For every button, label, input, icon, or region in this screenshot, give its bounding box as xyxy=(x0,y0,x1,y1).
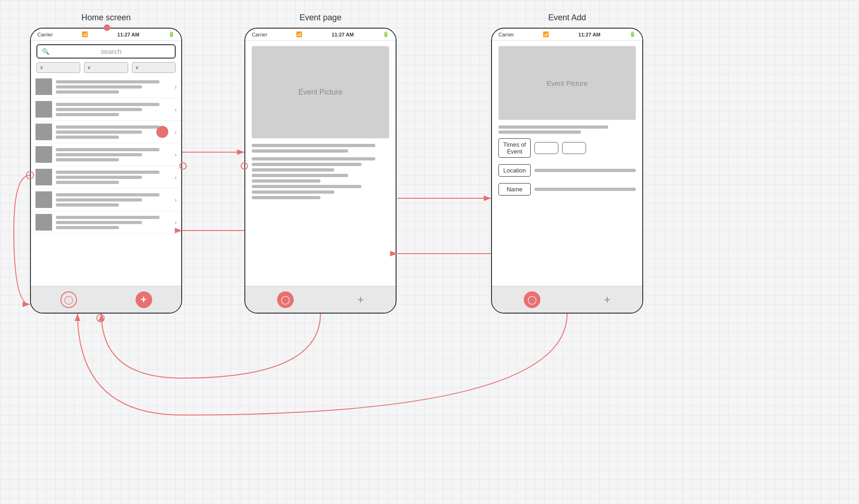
home-carrier: Carrier xyxy=(37,32,53,37)
list-item[interactable]: › xyxy=(31,98,181,121)
filter-btn-2[interactable]: ∨ xyxy=(84,62,128,73)
instagram-tab-button[interactable]: ◯ xyxy=(60,291,77,308)
list-chevron-icon: › xyxy=(175,196,177,203)
instagram-icon: ◯ xyxy=(281,295,290,305)
add-time: 11:27 AM xyxy=(578,32,600,37)
list-chevron-icon: › xyxy=(175,83,177,90)
list-line-1 xyxy=(56,171,160,174)
event-wifi-icon: 📶 xyxy=(296,31,302,37)
times-label: Times ofEvent xyxy=(498,138,531,158)
event-description xyxy=(252,144,389,153)
name-input[interactable] xyxy=(534,188,636,191)
name-row: Name xyxy=(498,183,636,196)
event-text-line xyxy=(252,196,320,199)
list-line-2 xyxy=(56,221,142,224)
event-text-line xyxy=(252,190,334,194)
event-text-line xyxy=(252,168,334,172)
add-screen-label: Event Add xyxy=(491,13,643,23)
event-text-line xyxy=(252,157,375,160)
list-thumbnail xyxy=(36,214,52,231)
list-line-2 xyxy=(56,153,142,156)
list-line-1 xyxy=(56,216,160,219)
event-text-line xyxy=(252,149,348,153)
list-item[interactable]: › xyxy=(31,143,181,166)
list-line-3 xyxy=(56,136,119,139)
list-text xyxy=(56,103,171,116)
list-item[interactable]: › xyxy=(31,166,181,189)
list-item[interactable]: › xyxy=(31,189,181,211)
list-item[interactable]: › xyxy=(31,76,181,98)
event-plus-button[interactable]: + xyxy=(357,293,364,306)
chevron-down-icon-1: ∨ xyxy=(40,65,43,71)
event-phone: Carrier 📶 11:27 AM 🔋 Event Picture xyxy=(244,28,397,314)
list-chevron-icon: › xyxy=(175,219,177,226)
list-chevron-icon: › xyxy=(175,174,177,181)
event-text-line xyxy=(252,185,361,188)
event-text-line xyxy=(252,174,348,177)
chevron-down-icon-2: ∨ xyxy=(87,65,91,71)
list-line-1 xyxy=(56,125,160,129)
list-thumbnail xyxy=(36,146,52,163)
times-of-event-row: Times ofEvent xyxy=(498,138,636,158)
event-carrier: Carrier xyxy=(252,32,267,37)
list-line-2 xyxy=(56,108,142,111)
list-line-1 xyxy=(56,80,160,83)
list-thumbnail xyxy=(36,191,52,208)
add-status-bar: Carrier 📶 11:27 AM 🔋 xyxy=(492,29,642,41)
list-line-2 xyxy=(56,130,142,134)
time-start-input[interactable] xyxy=(534,142,558,154)
add-battery-icon: 🔋 xyxy=(629,31,636,37)
home-tab-bar: ◯ + xyxy=(31,286,181,313)
event-form: Times ofEvent Location Name xyxy=(498,138,636,196)
event-tab-bar: ◯ + xyxy=(245,286,396,313)
time-end-input[interactable] xyxy=(562,142,586,154)
selection-dot xyxy=(156,126,168,138)
add-event-picture[interactable]: Event Picture xyxy=(498,46,636,120)
list-chevron-icon: › xyxy=(175,106,177,113)
add-text-lines xyxy=(498,125,636,134)
add-text-line xyxy=(498,125,608,129)
list-text xyxy=(56,80,171,94)
search-input[interactable]: search xyxy=(52,47,170,55)
list-line-3 xyxy=(56,226,119,229)
event-text-line xyxy=(252,144,375,147)
home-phone: Carrier 📶 11:27 AM 🔋 🔍 search ∨ ∨ xyxy=(30,28,182,314)
list-line-3 xyxy=(56,203,119,207)
home-time: 11:27 AM xyxy=(117,32,139,37)
list-item-selected[interactable]: › xyxy=(31,121,181,143)
add-instagram-button[interactable]: ◯ xyxy=(524,291,540,308)
list-item[interactable]: › xyxy=(31,211,181,234)
list-text xyxy=(56,216,171,229)
list-text xyxy=(56,171,171,184)
list-chevron-icon: › xyxy=(175,151,177,158)
list-thumbnail xyxy=(36,169,52,185)
event-status-bar: Carrier 📶 11:27 AM 🔋 xyxy=(245,29,396,41)
search-bar[interactable]: 🔍 search xyxy=(36,44,176,59)
add-picture-label: Event Picture xyxy=(546,79,587,87)
list-text xyxy=(56,125,171,139)
svg-point-3 xyxy=(97,314,104,322)
list-thumbnail xyxy=(36,124,52,140)
list-line-3 xyxy=(56,158,119,161)
list-line-2 xyxy=(56,176,142,179)
add-event-tab-button[interactable]: + xyxy=(136,291,152,308)
list-line-3 xyxy=(56,113,119,116)
location-label: Location xyxy=(498,164,531,177)
event-text-line xyxy=(252,163,361,166)
event-instagram-button[interactable]: ◯ xyxy=(277,291,294,308)
name-label: Name xyxy=(498,183,531,196)
add-plus-button[interactable]: + xyxy=(604,293,610,306)
list-line-1 xyxy=(56,193,160,196)
filter-btn-3[interactable]: ∨ xyxy=(132,62,176,73)
home-wifi-icon: 📶 xyxy=(82,31,88,37)
home-battery-icon: 🔋 xyxy=(168,31,175,37)
filter-btn-1[interactable]: ∨ xyxy=(36,62,80,73)
home-status-bar: Carrier 📶 11:27 AM 🔋 xyxy=(31,29,181,41)
list-line-2 xyxy=(56,85,142,89)
location-input[interactable] xyxy=(534,169,636,172)
list-chevron-icon: › xyxy=(175,129,177,136)
event-picture-label: Event Picture xyxy=(298,88,342,96)
add-phone: Carrier 📶 11:27 AM 🔋 Event Picture Times… xyxy=(491,28,643,314)
list-line-1 xyxy=(56,148,160,151)
list-thumbnail xyxy=(36,101,52,118)
